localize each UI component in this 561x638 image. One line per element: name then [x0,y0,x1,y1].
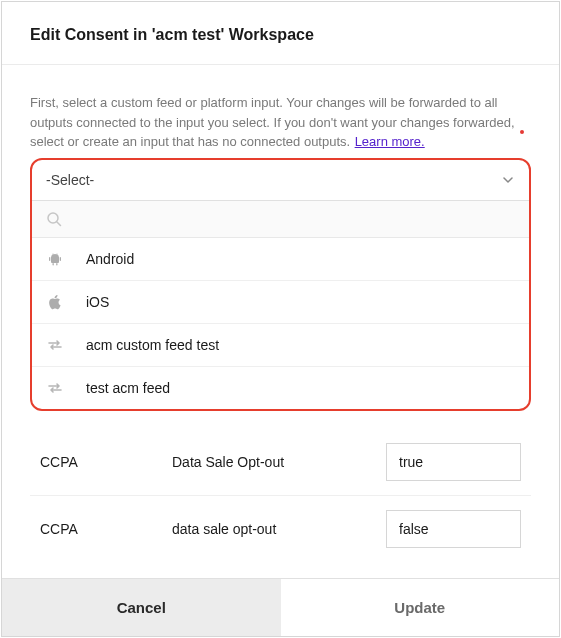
select-placeholder: -Select- [46,172,94,188]
select-option-label: test acm feed [86,380,170,396]
svg-rect-5 [49,257,50,261]
select-option-label: acm custom feed test [86,337,219,353]
apple-icon [46,293,64,311]
cancel-button[interactable]: Cancel [2,579,281,636]
svg-rect-2 [51,256,59,263]
select-search-row [32,201,529,238]
svg-rect-8 [56,263,57,266]
android-icon [46,250,64,268]
consent-table: CCPA Data Sale Opt-out CCPA data sale op… [30,429,531,562]
consent-type: data sale opt-out [172,521,374,537]
consent-value-input[interactable] [386,443,521,481]
update-button[interactable]: Update [281,579,560,636]
consent-row: CCPA Data Sale Opt-out [30,429,531,496]
consent-framework: CCPA [40,454,160,470]
svg-line-1 [57,222,61,226]
svg-rect-6 [60,257,61,261]
select-header[interactable]: -Select- [32,160,529,201]
input-select-dropdown: -Select- Android [30,158,531,411]
edit-consent-dialog: Edit Consent in 'acm test' Workspace Fir… [1,1,560,637]
select-option-label: iOS [86,294,109,310]
search-icon [46,211,62,227]
consent-value-input[interactable] [386,510,521,548]
dialog-footer: Cancel Update [2,578,559,636]
required-indicator-icon [520,130,524,134]
dialog-title: Edit Consent in 'acm test' Workspace [30,26,531,44]
select-option-ios[interactable]: iOS [32,281,529,324]
select-option-acm-custom-feed-test[interactable]: acm custom feed test [32,324,529,367]
consent-type: Data Sale Opt-out [172,454,374,470]
select-option-test-acm-feed[interactable]: test acm feed [32,367,529,409]
intro-text: First, select a custom feed or platform … [30,95,515,149]
dialog-body: First, select a custom feed or platform … [2,65,559,578]
select-option-label: Android [86,251,134,267]
svg-rect-7 [53,263,54,266]
select-option-android[interactable]: Android [32,238,529,281]
select-search-input[interactable] [70,211,515,227]
chevron-down-icon [501,173,515,187]
learn-more-link[interactable]: Learn more. [355,134,425,149]
swap-icon [46,379,64,397]
consent-framework: CCPA [40,521,160,537]
consent-row: CCPA data sale opt-out [30,496,531,562]
dialog-header: Edit Consent in 'acm test' Workspace [2,2,559,65]
swap-icon [46,336,64,354]
